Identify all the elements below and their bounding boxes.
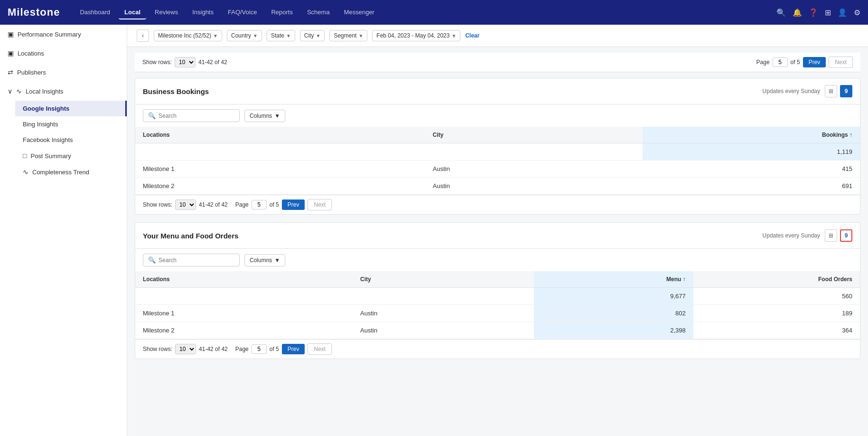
page-input-b[interactable] — [252, 200, 267, 209]
filter-clear[interactable]: Clear — [465, 32, 479, 39]
table-row: Milestone 2 Austin 691 — [135, 178, 860, 195]
page-input-top[interactable] — [773, 57, 788, 67]
bookings-row1-city: Austin — [425, 161, 643, 178]
menu-row1-food: 189 — [693, 305, 860, 322]
state-arrow-icon: ▼ — [286, 33, 291, 38]
bookings-col-city: City — [425, 127, 643, 143]
sidebar-item-publishers[interactable]: ⇄ Publishers — [0, 63, 127, 82]
nav-schema[interactable]: Schema — [301, 6, 336, 19]
row-count-m: 41-42 of 42 — [199, 346, 228, 352]
help-icon[interactable]: ❓ — [809, 8, 818, 17]
prev-button-b[interactable]: Prev — [282, 199, 305, 210]
bookings-search-input[interactable] — [159, 113, 234, 119]
grid-icon[interactable]: ⊞ — [825, 8, 831, 17]
trend-icon: ∿ — [16, 87, 22, 95]
nav-faq[interactable]: FAQ/Voice — [222, 6, 262, 19]
nav-local[interactable]: Local — [119, 6, 146, 19]
nav-reviews[interactable]: Reviews — [149, 6, 184, 19]
bookings-search-icon: 🔍 — [148, 112, 156, 119]
menu-row2-location: Milestone 2 — [135, 322, 353, 339]
sidebar-item-label: Local Insights — [26, 88, 64, 95]
bookings-total-value: 1,119 — [643, 143, 860, 161]
city-label: City — [304, 32, 314, 39]
page-of-m: of 5 — [270, 346, 279, 352]
filter-segment[interactable]: Segment ▼ — [329, 30, 367, 41]
performance-summary-icon: ▣ — [8, 30, 14, 38]
show-rows-label: Show rows: — [142, 59, 172, 66]
sidebar-item-post-summary[interactable]: □ Post Summary — [15, 148, 127, 164]
company-arrow-icon: ▼ — [213, 33, 218, 38]
sidebar-toggle[interactable]: ‹ — [137, 29, 149, 42]
menu-orders-header: Your Menu and Food Orders Updates every … — [135, 223, 860, 249]
next-button-top[interactable]: Next — [829, 57, 853, 68]
sidebar-item-label: Facebook Insights — [23, 136, 73, 143]
sidebar-item-performance-summary[interactable]: ▣ Performance Summary — [0, 25, 127, 44]
prev-button-top[interactable]: Prev — [803, 57, 826, 67]
gear-icon[interactable]: ⚙ — [854, 8, 860, 17]
bookings-col-bookings: Bookings ↑ — [643, 127, 860, 143]
date-range-arrow-icon: ▼ — [451, 33, 456, 38]
sidebar-item-completeness-trend[interactable]: ∿ Completeness Trend — [15, 164, 127, 180]
layout: ▣ Performance Summary ▣ Locations ⇄ Publ… — [0, 25, 868, 436]
nav-reports[interactable]: Reports — [265, 6, 299, 19]
menu-orders-section: Your Menu and Food Orders Updates every … — [135, 222, 860, 359]
menu-total-row: 9,677 560 — [135, 288, 860, 305]
page-label-m: Page — [235, 346, 249, 352]
country-arrow-icon: ▼ — [253, 33, 258, 38]
filter-date-range[interactable]: Feb 04, 2023 - May 04, 2023 ▼ — [372, 30, 460, 41]
logo: Milestone — [8, 6, 60, 19]
page-info-top: Page of 5 Prev Next — [756, 57, 853, 68]
menu-total-city — [353, 288, 534, 305]
bookings-columns-button[interactable]: Columns ▼ — [244, 110, 285, 122]
bookings-header: Business Bookings Updates every Sunday ⊞… — [135, 78, 860, 104]
filter-company[interactable]: Milestone Inc (52/52) ▼ — [154, 30, 222, 41]
menu-orders-search-input[interactable] — [159, 257, 234, 264]
show-rows-label-b: Show rows: — [143, 201, 172, 208]
show-rows-select-top[interactable]: 10 25 50 — [175, 57, 196, 67]
filter-state[interactable]: State ▼ — [267, 30, 295, 41]
sidebar-item-label: Publishers — [17, 69, 46, 76]
sidebar-item-facebook-insights[interactable]: Facebook Insights — [15, 132, 127, 148]
bookings-search-box: 🔍 — [143, 109, 240, 122]
sidebar-item-locations[interactable]: ▣ Locations — [0, 44, 127, 63]
filter-city[interactable]: City ▼ — [300, 30, 325, 41]
bookings-columns-label: Columns — [250, 113, 272, 119]
filter-country[interactable]: Country ▼ — [227, 30, 262, 41]
bookings-row2-city: Austin — [425, 178, 643, 195]
sidebar-item-bing-insights[interactable]: Bing Insights — [15, 116, 127, 132]
menu-orders-export-icon[interactable]: ⊞ — [825, 229, 837, 242]
bell-icon[interactable]: 🔔 — [793, 8, 802, 17]
menu-row1-menu: 802 — [534, 305, 693, 322]
nav-dashboard[interactable]: Dashboard — [74, 6, 116, 19]
sidebar-item-local-insights[interactable]: ∨ ∿ Local Insights — [0, 82, 127, 101]
main-content: ‹ Milestone Inc (52/52) ▼ Country ▼ Stat… — [127, 25, 868, 436]
search-icon[interactable]: 🔍 — [776, 8, 786, 17]
nav-insights[interactable]: Insights — [187, 6, 219, 19]
table-row: Milestone 2 Austin 2,398 364 — [135, 322, 860, 339]
user-icon[interactable]: 👤 — [838, 8, 847, 17]
sidebar: ▣ Performance Summary ▣ Locations ⇄ Publ… — [0, 25, 127, 436]
menu-orders-location-icon[interactable]: 9 — [840, 229, 852, 242]
table-row: Milestone 1 Austin 802 189 — [135, 305, 860, 322]
sidebar-item-label: Bing Insights — [23, 121, 58, 128]
bookings-export-icon[interactable]: ⊞ — [825, 85, 837, 97]
table-row: Milestone 1 Austin 415 — [135, 161, 860, 178]
menu-orders-columns-button[interactable]: Columns ▼ — [244, 254, 285, 266]
bookings-row2-location: Milestone 2 — [135, 178, 425, 195]
next-button-m[interactable]: Next — [308, 343, 332, 355]
top-nav: Milestone Dashboard Local Reviews Insigh… — [0, 0, 868, 25]
menu-orders-columns-label: Columns — [250, 257, 272, 264]
show-rows-select-m[interactable]: 102550 — [175, 344, 196, 354]
menu-total-menu: 9,677 — [534, 288, 693, 305]
show-rows-select-b[interactable]: 102550 — [175, 199, 196, 210]
bookings-location-icon[interactable]: 9 — [840, 85, 852, 97]
prev-button-m[interactable]: Prev — [282, 344, 305, 354]
sidebar-item-google-insights[interactable]: Google Insights — [15, 101, 127, 116]
page-input-m[interactable] — [252, 344, 267, 354]
nav-messenger[interactable]: Messenger — [338, 6, 380, 19]
sidebar-item-label: Google Insights — [23, 105, 69, 112]
menu-orders-title: Your Menu and Food Orders — [143, 232, 238, 240]
bookings-pagination-bottom: Show rows: 102550 41-42 of 42 Page of 5 … — [135, 195, 860, 214]
next-button-b[interactable]: Next — [308, 199, 332, 210]
company-label: Milestone Inc (52/52) — [158, 32, 211, 39]
